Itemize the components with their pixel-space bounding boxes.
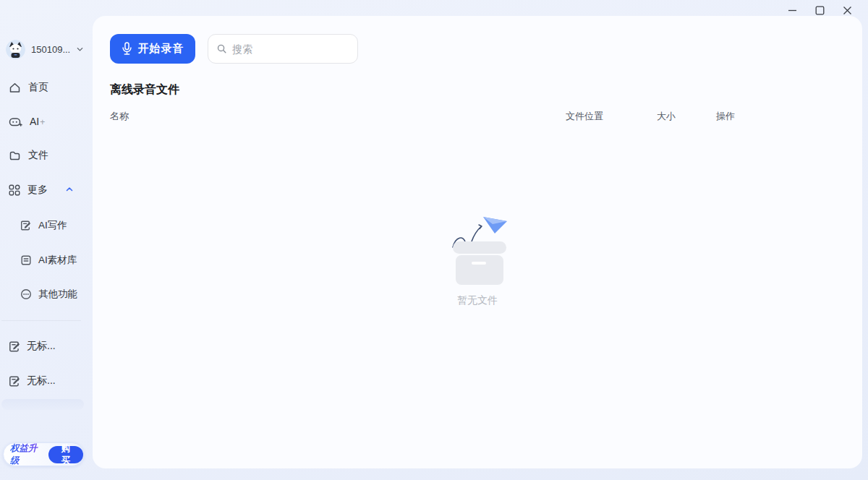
upgrade-label: 权益升级 xyxy=(10,442,45,467)
sidebar-item-label: 首页 xyxy=(28,81,48,94)
main-content-card: 开始录音 离线录音文件 名称 文件位置 大小 操作 暂无文件 xyxy=(93,16,862,468)
minimize-icon xyxy=(788,6,797,15)
home-icon xyxy=(9,82,21,94)
ai-plus-suffix: + xyxy=(40,117,45,127)
empty-state: 暂无文件 xyxy=(434,214,521,307)
table-header-location: 文件位置 xyxy=(566,110,603,123)
buy-button[interactable]: 购买 xyxy=(48,446,83,463)
start-recording-button[interactable]: 开始录音 xyxy=(110,34,195,64)
sidebar: 150109... 首页 AI+ 文件 更多 xyxy=(0,0,93,480)
table-header-size: 大小 xyxy=(657,110,676,123)
page-title: 离线录音文件 xyxy=(110,82,179,98)
avatar xyxy=(6,40,25,59)
chevron-down-icon xyxy=(76,46,84,53)
doc-edit-icon xyxy=(20,220,32,231)
table-header-actions: 操作 xyxy=(716,110,735,123)
search-icon xyxy=(217,43,226,54)
upgrade-banner: 权益升级 购买 xyxy=(3,442,84,466)
more-circle-icon xyxy=(20,288,32,300)
empty-state-text: 暂无文件 xyxy=(457,294,498,307)
doc-edit-icon xyxy=(9,375,21,387)
user-account-button[interactable]: 150109... xyxy=(6,39,84,59)
doc-edit-icon xyxy=(9,340,21,353)
recent-file-label: 无标... xyxy=(27,340,56,353)
sidebar-item-files[interactable]: 文件 xyxy=(9,146,48,165)
recent-file-item[interactable]: 无标... xyxy=(9,372,56,390)
sidebar-item-more[interactable]: 更多 xyxy=(9,181,48,200)
sidebar-item-other-features[interactable]: 其他功能 xyxy=(20,286,77,303)
sidebar-item-label: AI+ xyxy=(30,116,45,127)
sidebar-item-label: AI素材库 xyxy=(38,254,77,267)
table-header-name: 名称 xyxy=(110,110,129,123)
sidebar-divider xyxy=(1,320,81,321)
search-box xyxy=(208,34,358,64)
sidebar-item-label: 其他功能 xyxy=(38,288,77,301)
library-icon xyxy=(20,254,32,266)
sidebar-item-home[interactable]: 首页 xyxy=(9,78,48,97)
folder-icon xyxy=(9,150,21,162)
user-name: 150109... xyxy=(31,44,70,55)
recent-file-label: 无标... xyxy=(27,374,56,387)
sidebar-item-label: AI写作 xyxy=(38,219,67,232)
start-recording-label: 开始录音 xyxy=(138,42,184,56)
sidebar-item-label: 文件 xyxy=(28,149,48,162)
recent-file-item-partial[interactable] xyxy=(1,399,84,410)
grid-icon xyxy=(9,184,20,196)
recent-file-item[interactable]: 无标... xyxy=(9,337,56,356)
sidebar-item-label: 更多 xyxy=(27,184,48,197)
robot-icon xyxy=(9,116,22,128)
microphone-icon xyxy=(122,42,132,56)
sidebar-item-ai-library[interactable]: AI素材库 xyxy=(20,252,77,269)
maximize-icon xyxy=(815,6,825,15)
search-input[interactable] xyxy=(232,43,349,55)
sidebar-item-ai-writing[interactable]: AI写作 xyxy=(20,217,67,234)
empty-box-illustration xyxy=(434,214,521,290)
sidebar-item-ai[interactable]: AI+ xyxy=(9,112,45,131)
close-icon xyxy=(843,6,852,15)
chevron-up-icon[interactable] xyxy=(65,185,74,194)
